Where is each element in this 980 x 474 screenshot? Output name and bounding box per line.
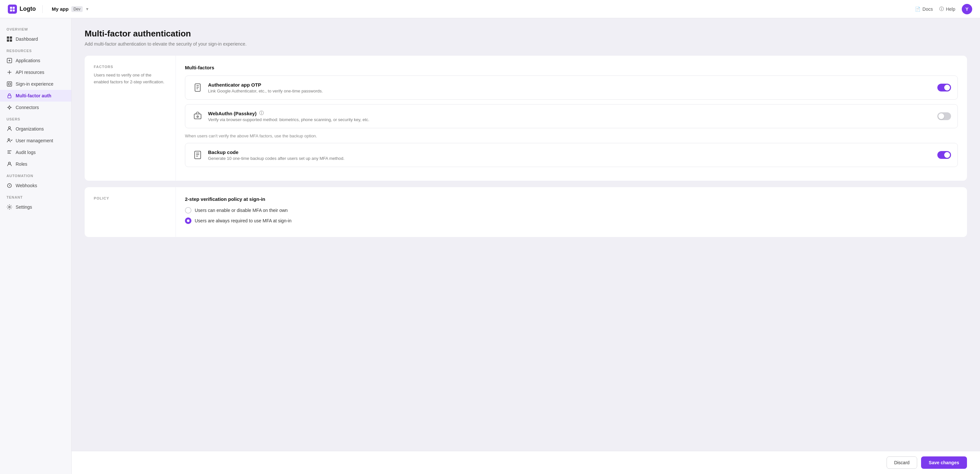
avatar[interactable]: Y	[962, 4, 972, 14]
sidebar-item-audit-logs[interactable]: Audit logs	[0, 146, 71, 158]
backup-toggle[interactable]	[937, 151, 951, 159]
sidebar-item-label: Settings	[16, 204, 32, 210]
factor-otp-text: Authenticator app OTP Link Google Authen…	[208, 82, 937, 94]
api-icon	[6, 69, 13, 75]
logo-text: Logto	[19, 6, 36, 13]
sidebar-item-webhooks[interactable]: Webhooks	[0, 180, 71, 191]
svg-rect-9	[7, 82, 12, 86]
sidebar-item-connectors[interactable]: Connectors	[0, 102, 71, 113]
sidebar-item-label: Organizations	[16, 126, 44, 132]
card-left: FACTORS Users need to verify one of the …	[85, 56, 176, 181]
svg-point-12	[8, 127, 10, 129]
sidebar-item-label: Audit logs	[16, 150, 35, 155]
radio-label: Users can enable or disable MFA on their…	[195, 208, 288, 213]
layout: OVERVIEW Dashboard RESOURCES Application…	[0, 18, 980, 474]
info-icon[interactable]: ⓘ	[259, 110, 264, 116]
svg-point-15	[9, 207, 10, 208]
users-section-label: USERS	[0, 113, 71, 123]
sidebar-item-label: API resources	[16, 70, 44, 75]
sidebar-item-user-management[interactable]: User management	[0, 135, 71, 146]
svg-rect-2	[10, 9, 12, 11]
user-management-icon	[6, 138, 13, 143]
svg-rect-0	[10, 6, 12, 8]
otp-desc: Link Google Authenticator, etc., to veri…	[208, 89, 937, 94]
backup-note: When users can't verify the above MFA fa…	[185, 134, 958, 138]
svg-rect-7	[10, 40, 12, 42]
svg-rect-19	[195, 151, 201, 159]
sidebar-item-applications[interactable]: Applications	[0, 55, 71, 67]
sidebar-item-sign-in-experience[interactable]: Sign-in experience	[0, 78, 71, 90]
card-inner: FACTORS Users need to verify one of the …	[85, 56, 967, 181]
backup-title: Backup code	[208, 150, 937, 155]
roles-icon	[6, 161, 13, 167]
policy-card: POLICY 2-step verification policy at sig…	[85, 187, 967, 237]
webhooks-icon	[6, 183, 13, 188]
card-inner: POLICY 2-step verification policy at sig…	[85, 187, 967, 237]
radio-option-required[interactable]: Users are always required to use MFA at …	[185, 218, 958, 224]
factor-otp-row: Authenticator app OTP Link Google Authen…	[185, 76, 958, 100]
applications-icon	[6, 57, 13, 64]
automation-section-label: AUTOMATION	[0, 170, 71, 180]
sidebar-item-label: Connectors	[16, 105, 39, 110]
overview-section-label: OVERVIEW	[0, 24, 71, 33]
toggle-thumb	[938, 113, 944, 119]
factor-backup-row: Backup code Generate 10 one-time backup …	[185, 143, 958, 167]
svg-point-14	[8, 162, 10, 164]
policy-title: 2-step verification policy at sign-in	[185, 196, 958, 202]
sign-in-icon	[6, 81, 13, 87]
docs-button[interactable]: 📄 Docs	[915, 6, 933, 12]
docs-label: Docs	[923, 6, 933, 12]
bottom-bar: Discard Save changes	[72, 451, 980, 474]
svg-rect-4	[7, 37, 9, 39]
svg-point-18	[197, 116, 199, 118]
policy-section-label: POLICY	[94, 196, 166, 200]
sidebar-item-api-resources[interactable]: API resources	[0, 67, 71, 78]
logo-icon	[8, 5, 17, 14]
factors-section-label: FACTORS	[94, 65, 166, 69]
sidebar-item-settings[interactable]: Settings	[0, 201, 71, 213]
help-icon: ⓘ	[939, 6, 944, 12]
main: Multi-factor authentication Add multi-fa…	[72, 18, 980, 474]
page-subtitle: Add multi-factor authentication to eleva…	[85, 41, 967, 46]
sidebar-item-organizations[interactable]: Organizations	[0, 123, 71, 135]
save-button[interactable]: Save changes	[921, 457, 967, 469]
factors-card: FACTORS Users need to verify one of the …	[85, 56, 967, 181]
multi-factors-label: Multi-factors	[185, 65, 958, 70]
sidebar-item-label: User management	[16, 138, 53, 143]
webauthn-desc: Verify via browser-supported method: bio…	[208, 117, 937, 122]
radio-inner	[187, 220, 189, 222]
organizations-icon	[6, 126, 13, 132]
resources-section-label: RESOURCES	[0, 45, 71, 55]
mfa-icon	[6, 93, 13, 99]
content-area: Multi-factor authentication Add multi-fa…	[72, 18, 980, 451]
svg-rect-16	[195, 84, 200, 91]
dashboard-icon	[6, 36, 13, 42]
radio-outer	[185, 207, 191, 213]
radio-outer-selected	[185, 218, 191, 224]
help-button[interactable]: ⓘ Help	[939, 6, 955, 12]
sidebar-item-label: Sign-in experience	[16, 81, 53, 87]
card-left: POLICY	[85, 187, 176, 237]
otp-toggle[interactable]	[937, 84, 951, 91]
toggle-thumb	[944, 84, 950, 91]
webauthn-toggle[interactable]	[937, 112, 951, 120]
sidebar-item-roles[interactable]: Roles	[0, 158, 71, 170]
webauthn-title: WebAuthn (Passkey) ⓘ	[208, 110, 937, 116]
app-selector[interactable]: My app Dev ▼	[49, 5, 92, 13]
webauthn-icon	[192, 110, 204, 122]
settings-icon	[6, 204, 13, 210]
sidebar-item-dashboard[interactable]: Dashboard	[0, 33, 71, 45]
sidebar-item-label: Applications	[16, 58, 40, 63]
sidebar-item-mfa[interactable]: Multi-factor auth	[0, 90, 71, 102]
svg-point-13	[8, 139, 10, 140]
sidebar-item-label: Dashboard	[16, 37, 38, 42]
card-right: Multi-factors Authenticator app OTP Link…	[176, 56, 967, 181]
factor-webauthn-row: WebAuthn (Passkey) ⓘ Verify via browser-…	[185, 104, 958, 128]
discard-button[interactable]: Discard	[886, 457, 917, 469]
page-title: Multi-factor authentication	[85, 29, 967, 39]
connectors-icon	[6, 105, 13, 110]
otp-title: Authenticator app OTP	[208, 82, 937, 87]
radio-option-optional[interactable]: Users can enable or disable MFA on their…	[185, 207, 958, 213]
app-name: My app	[52, 6, 69, 12]
backup-icon	[192, 149, 204, 161]
